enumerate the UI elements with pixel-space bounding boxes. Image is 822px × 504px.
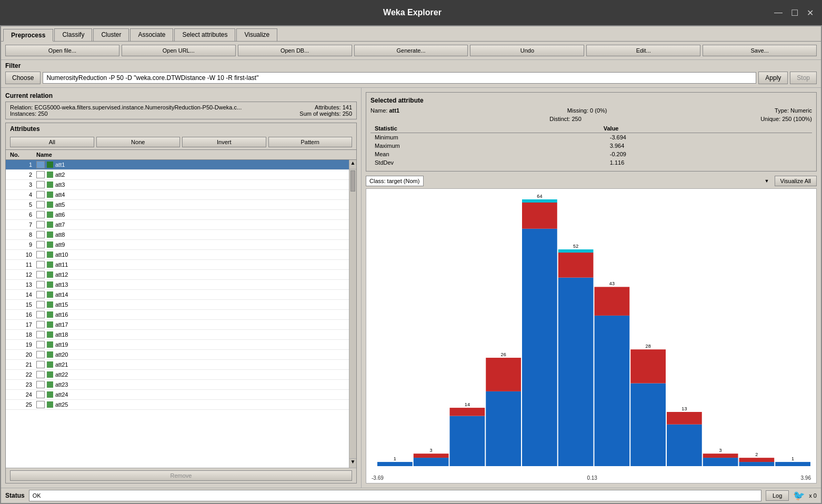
attr-checkbox[interactable] bbox=[36, 181, 45, 188]
attr-checkbox[interactable] bbox=[36, 271, 45, 278]
attr-row[interactable]: 21 att21 bbox=[6, 360, 349, 370]
attr-name: att18 bbox=[55, 331, 345, 338]
attr-checkbox[interactable] bbox=[36, 191, 45, 198]
status-text-input bbox=[29, 490, 761, 501]
attr-row[interactable]: 7 att7 bbox=[6, 220, 349, 230]
attr-checkbox[interactable] bbox=[36, 161, 45, 168]
attr-row[interactable]: 5 att5 bbox=[6, 200, 349, 210]
attr-row[interactable]: 15 att15 bbox=[6, 300, 349, 310]
attr-checkbox[interactable] bbox=[36, 241, 45, 248]
attr-checkbox[interactable] bbox=[36, 221, 45, 228]
attr-checkbox[interactable] bbox=[36, 391, 45, 398]
attr-name: att4 bbox=[55, 191, 345, 198]
x-axis: -3.69 0.13 3.96 bbox=[366, 474, 816, 482]
maximize-icon[interactable]: ☐ bbox=[791, 8, 798, 18]
scrollbar-thumb[interactable] bbox=[350, 170, 355, 191]
right-panel: Selected attribute Name: att1 Missing: 0… bbox=[362, 88, 821, 488]
attr-name: att22 bbox=[55, 371, 345, 378]
statistic-header: Statistic bbox=[370, 124, 599, 133]
attr-checkbox[interactable] bbox=[36, 381, 45, 388]
attr-row[interactable]: 23 att23 bbox=[6, 380, 349, 390]
minimize-icon[interactable]: — bbox=[774, 8, 783, 18]
attr-checkbox[interactable] bbox=[36, 321, 45, 328]
attr-name: att19 bbox=[55, 341, 345, 348]
tab-classify[interactable]: Classify bbox=[54, 28, 92, 41]
attributes-info: Attributes: 141 bbox=[315, 104, 352, 110]
attr-checkbox[interactable] bbox=[36, 401, 45, 408]
attr-name: att25 bbox=[55, 401, 345, 408]
tab-select-attributes[interactable]: Select attributes bbox=[174, 28, 235, 41]
attr-row[interactable]: 8 att8 bbox=[6, 230, 349, 240]
attr-row[interactable]: 9 att9 bbox=[6, 240, 349, 250]
attr-row[interactable]: 10 att10 bbox=[6, 250, 349, 260]
attr-row[interactable]: 4 att4 bbox=[6, 190, 349, 200]
attr-row[interactable]: 6 att6 bbox=[6, 210, 349, 220]
choose-button[interactable]: Choose bbox=[5, 72, 41, 84]
attr-row[interactable]: 13 att13 bbox=[6, 280, 349, 290]
attr-row[interactable]: 11 att11 bbox=[6, 260, 349, 270]
invert-button[interactable]: Invert bbox=[182, 137, 266, 147]
stop-button[interactable]: Stop bbox=[790, 72, 817, 84]
weka-bird-icon: 🐦 bbox=[793, 490, 805, 501]
attr-row[interactable]: 2 att2 bbox=[6, 170, 349, 180]
attr-row[interactable]: 25 att25 bbox=[6, 400, 349, 410]
attr-color-box bbox=[47, 221, 53, 228]
attr-row[interactable]: 12 att12 bbox=[6, 270, 349, 280]
attr-checkbox[interactable] bbox=[36, 311, 45, 318]
attr-no: 24 bbox=[10, 391, 36, 398]
attr-checkbox[interactable] bbox=[36, 201, 45, 208]
save-button[interactable]: Save... bbox=[703, 45, 817, 56]
tab-cluster[interactable]: Cluster bbox=[93, 28, 129, 41]
attr-checkbox[interactable] bbox=[36, 211, 45, 218]
attr-checkbox[interactable] bbox=[36, 301, 45, 308]
attr-row[interactable]: 17 att17 bbox=[6, 320, 349, 330]
open-db-button[interactable]: Open DB... bbox=[238, 45, 352, 56]
attr-checkbox[interactable] bbox=[36, 281, 45, 288]
attr-row[interactable]: 19 att19 bbox=[6, 340, 349, 350]
edit-button[interactable]: Edit... bbox=[586, 45, 700, 56]
class-dropdown[interactable]: Class: target (Nom) bbox=[366, 176, 424, 186]
attr-checkbox[interactable] bbox=[36, 231, 45, 238]
attr-row[interactable]: 22 att22 bbox=[6, 370, 349, 380]
attr-checkbox[interactable] bbox=[36, 291, 45, 298]
attr-name: att17 bbox=[55, 321, 345, 328]
open-url-button[interactable]: Open URL... bbox=[122, 45, 236, 56]
attr-row[interactable]: 1 att1 bbox=[6, 160, 349, 170]
x-max-label: 3.96 bbox=[801, 475, 811, 481]
attr-checkbox[interactable] bbox=[36, 361, 45, 368]
filter-text-input[interactable] bbox=[43, 72, 756, 84]
attr-checkbox[interactable] bbox=[36, 331, 45, 338]
attr-name: att11 bbox=[55, 261, 345, 268]
scrollbar-track[interactable]: ▲ ▼ bbox=[349, 160, 356, 468]
attr-checkbox[interactable] bbox=[36, 351, 45, 358]
attr-no: 9 bbox=[10, 241, 36, 248]
pattern-button[interactable]: Pattern bbox=[268, 137, 353, 147]
attr-checkbox[interactable] bbox=[36, 171, 45, 178]
attr-row[interactable]: 24 att24 bbox=[6, 390, 349, 400]
log-button[interactable]: Log bbox=[766, 490, 789, 501]
undo-button[interactable]: Undo bbox=[470, 45, 584, 56]
tab-preprocess[interactable]: Preprocess bbox=[3, 29, 53, 42]
attr-row[interactable]: 20 att20 bbox=[6, 350, 349, 360]
attr-row[interactable]: 3 att3 bbox=[6, 180, 349, 190]
attr-checkbox[interactable] bbox=[36, 261, 45, 268]
attr-color-box bbox=[47, 291, 53, 298]
attr-row[interactable]: 16 att16 bbox=[6, 310, 349, 320]
generate-button[interactable]: Generate... bbox=[354, 45, 468, 56]
attr-no: 16 bbox=[10, 311, 36, 318]
apply-button[interactable]: Apply bbox=[758, 72, 788, 84]
attr-checkbox[interactable] bbox=[36, 251, 45, 258]
open-file-button[interactable]: Open file... bbox=[5, 45, 119, 56]
attr-row[interactable]: 18 att18 bbox=[6, 330, 349, 340]
attr-row[interactable]: 14 att14 bbox=[6, 290, 349, 300]
close-icon[interactable]: ✕ bbox=[807, 8, 814, 18]
all-button[interactable]: All bbox=[10, 137, 94, 147]
attr-name: att20 bbox=[55, 351, 345, 358]
visualize-all-button[interactable]: Visualize All bbox=[775, 176, 817, 186]
tab-visualize[interactable]: Visualize bbox=[236, 28, 277, 41]
tab-associate[interactable]: Associate bbox=[130, 28, 173, 41]
none-button[interactable]: None bbox=[96, 137, 181, 147]
attr-checkbox[interactable] bbox=[36, 371, 45, 378]
remove-button[interactable]: Remove bbox=[10, 470, 352, 481]
attr-checkbox[interactable] bbox=[36, 341, 45, 348]
